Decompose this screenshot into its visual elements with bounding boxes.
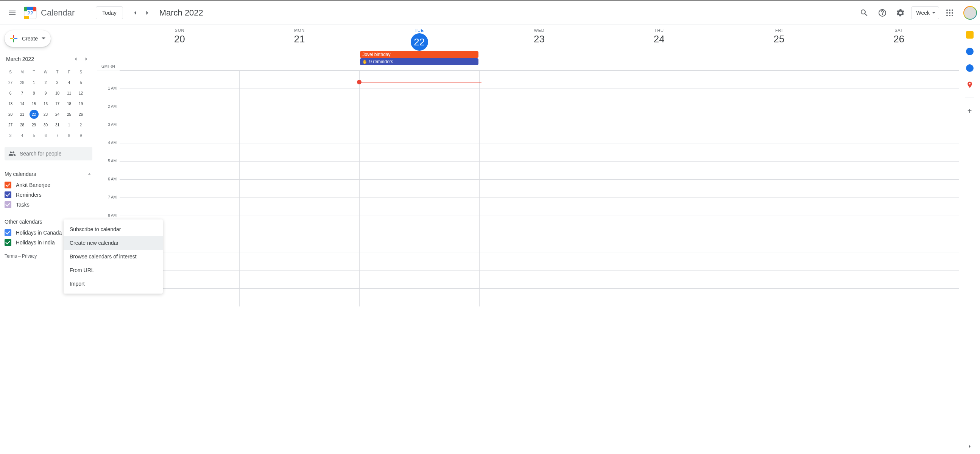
time-cell[interactable] (719, 162, 839, 179)
time-cell[interactable] (359, 198, 479, 216)
mini-day[interactable]: 8 (28, 88, 40, 98)
calendar-checkbox[interactable] (5, 201, 11, 208)
time-cell[interactable] (239, 234, 359, 252)
time-cell[interactable] (719, 198, 839, 216)
time-cell[interactable] (239, 216, 359, 234)
mini-day[interactable]: 6 (40, 130, 51, 141)
time-cell[interactable] (719, 89, 839, 107)
menu-item[interactable]: From URL (64, 264, 163, 277)
menu-item[interactable]: Create new calendar (64, 236, 163, 250)
time-cell[interactable] (479, 198, 599, 216)
time-cell[interactable] (599, 234, 719, 252)
keep-icon[interactable] (966, 31, 974, 38)
mini-day[interactable]: 25 (63, 109, 75, 119)
time-cell[interactable] (599, 216, 719, 234)
time-cell[interactable] (479, 270, 599, 288)
time-cell[interactable] (359, 216, 479, 234)
mini-day[interactable]: 9 (75, 130, 87, 141)
time-cell[interactable] (719, 125, 839, 143)
time-cell[interactable] (239, 71, 359, 89)
time-cell[interactable] (719, 143, 839, 161)
menu-item[interactable]: Browse calendars of interest (64, 250, 163, 264)
time-cell[interactable] (119, 107, 239, 125)
time-cell[interactable] (599, 125, 719, 143)
calendar-checkbox[interactable] (5, 239, 11, 246)
time-cell[interactable] (239, 107, 359, 125)
mini-day[interactable]: 4 (63, 77, 75, 88)
time-cell[interactable] (719, 270, 839, 288)
mini-day[interactable]: 11 (63, 88, 75, 98)
day-header[interactable]: SUN20 (119, 25, 240, 70)
time-cell[interactable] (839, 89, 959, 107)
time-cell[interactable] (839, 270, 959, 288)
mini-day[interactable]: 9 (40, 88, 51, 98)
time-cell[interactable] (839, 198, 959, 216)
time-cell[interactable] (599, 71, 719, 89)
mini-day[interactable]: 31 (51, 119, 63, 130)
search-people-input[interactable]: Search for people (5, 147, 92, 160)
time-cell[interactable] (719, 252, 839, 270)
time-cell[interactable] (479, 107, 599, 125)
time-cell[interactable] (479, 143, 599, 161)
time-cell[interactable] (479, 162, 599, 179)
time-cell[interactable] (599, 162, 719, 179)
mini-day[interactable]: 28 (16, 119, 28, 130)
mini-day[interactable]: 10 (51, 88, 63, 98)
time-cell[interactable] (359, 107, 479, 125)
mini-day[interactable]: 18 (63, 98, 75, 109)
time-cell[interactable] (719, 71, 839, 89)
help-button[interactable] (875, 5, 890, 21)
mini-day[interactable]: 3 (5, 130, 16, 141)
mini-day[interactable]: 12 (75, 88, 87, 98)
time-cell[interactable] (359, 252, 479, 270)
time-cell[interactable] (239, 143, 359, 161)
time-cell[interactable] (839, 143, 959, 161)
time-cell[interactable] (479, 71, 599, 89)
mini-day[interactable]: 19 (75, 98, 87, 109)
time-cell[interactable] (359, 89, 479, 107)
menu-item[interactable]: Subscribe to calendar (64, 222, 163, 236)
mini-day[interactable]: 27 (5, 119, 16, 130)
day-header[interactable]: THU24 (599, 25, 719, 70)
mini-day[interactable]: 5 (28, 130, 40, 141)
mini-day[interactable]: 14 (16, 98, 28, 109)
time-cell[interactable] (359, 270, 479, 288)
my-calendars-toggle[interactable]: My calendars (5, 170, 92, 179)
time-cell[interactable] (239, 270, 359, 288)
time-cell[interactable] (359, 234, 479, 252)
time-cell[interactable] (839, 71, 959, 89)
time-cell[interactable] (359, 125, 479, 143)
time-cell[interactable] (719, 234, 839, 252)
mini-day[interactable]: 13 (5, 98, 16, 109)
mini-day[interactable]: 28 (16, 77, 28, 88)
time-cell[interactable] (359, 180, 479, 197)
prev-period-button[interactable] (129, 7, 141, 19)
time-cell[interactable] (839, 180, 959, 197)
mini-day[interactable]: 4 (16, 130, 28, 141)
mini-day[interactable]: 1 (28, 77, 40, 88)
day-header[interactable]: MON21 (240, 25, 360, 70)
mini-day[interactable]: 5 (75, 77, 87, 88)
account-avatar[interactable] (963, 6, 977, 20)
time-cell[interactable] (599, 143, 719, 161)
mini-day[interactable]: 6 (5, 88, 16, 98)
allday-event[interactable]: ✋9 reminders (360, 58, 479, 65)
mini-day[interactable]: 20 (5, 109, 16, 119)
mini-day[interactable]: 27 (5, 77, 16, 88)
menu-item[interactable]: Import (64, 277, 163, 290)
next-period-button[interactable] (141, 7, 153, 19)
time-cell[interactable] (119, 71, 239, 89)
calendar-item[interactable]: Tasks (5, 201, 92, 208)
mini-day[interactable]: 30 (40, 119, 51, 130)
time-cell[interactable] (599, 270, 719, 288)
mini-day[interactable]: 8 (63, 130, 75, 141)
time-cell[interactable] (839, 107, 959, 125)
mini-day[interactable]: 7 (51, 130, 63, 141)
contacts-icon[interactable] (966, 64, 974, 72)
time-cell[interactable] (719, 180, 839, 197)
time-cell[interactable] (119, 198, 239, 216)
time-cell[interactable] (239, 162, 359, 179)
time-cell[interactable] (599, 180, 719, 197)
calendar-checkbox[interactable] (5, 229, 11, 236)
time-cell[interactable] (479, 216, 599, 234)
